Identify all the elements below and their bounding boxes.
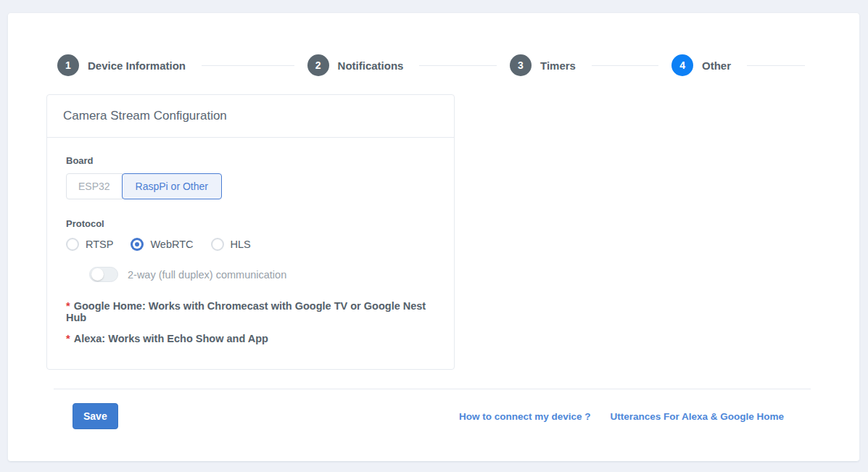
link-how-to-connect[interactable]: How to connect my device ? bbox=[459, 411, 591, 422]
step-device-information[interactable]: 1 Device Information bbox=[57, 54, 307, 76]
step-connector-line bbox=[419, 65, 497, 66]
step-number-badge: 1 bbox=[57, 54, 79, 76]
step-number-badge: 4 bbox=[671, 54, 693, 76]
duplex-toggle-label: 2-way (full duplex) communication bbox=[128, 269, 286, 281]
radio-hls[interactable]: HLS bbox=[211, 238, 251, 251]
step-number-badge: 2 bbox=[307, 54, 329, 76]
protocol-radio-group: RTSP WebRTC HLS bbox=[66, 238, 435, 251]
board-option-esp32[interactable]: ESP32 bbox=[66, 173, 123, 199]
step-number-badge: 3 bbox=[510, 54, 532, 76]
radio-label: RTSP bbox=[86, 239, 113, 250]
footer-row: Save How to connect my device ? Utteranc… bbox=[54, 403, 811, 429]
protocol-section: Protocol RTSP WebRTC HLS bbox=[66, 218, 435, 282]
step-timers[interactable]: 3 Timers bbox=[510, 54, 671, 76]
link-utterances[interactable]: Utterances For Alexa & Google Home bbox=[610, 411, 784, 422]
board-label: Board bbox=[66, 155, 435, 166]
duplex-toggle-row: 2-way (full duplex) communication bbox=[89, 267, 435, 282]
step-label: Timers bbox=[540, 59, 576, 72]
radio-label: HLS bbox=[231, 239, 251, 250]
footer-divider bbox=[54, 389, 811, 389]
radio-webrtc[interactable]: WebRTC bbox=[131, 238, 193, 251]
note-text: Google Home: Works with Chromecast with … bbox=[66, 300, 426, 323]
note-google-home: *Google Home: Works with Chromecast with… bbox=[66, 300, 435, 323]
wizard-stepper: 1 Device Information 2 Notifications 3 T… bbox=[57, 54, 818, 76]
radio-circle-icon[interactable] bbox=[66, 238, 79, 251]
required-asterisk: * bbox=[66, 333, 70, 344]
board-option-rasppi[interactable]: RaspPi or Other bbox=[122, 173, 222, 199]
step-label: Other bbox=[702, 59, 731, 72]
board-button-group: ESP32 RaspPi or Other bbox=[66, 173, 435, 199]
radio-rtsp[interactable]: RTSP bbox=[66, 238, 113, 251]
duplex-toggle-switch[interactable] bbox=[89, 267, 118, 282]
save-button[interactable]: Save bbox=[73, 403, 118, 429]
toggle-knob bbox=[91, 268, 104, 281]
step-connector-line bbox=[747, 65, 805, 66]
step-notifications[interactable]: 2 Notifications bbox=[307, 54, 510, 76]
note-text: Alexa: Works with Echo Show and App bbox=[74, 333, 268, 344]
radio-label: WebRTC bbox=[150, 239, 193, 250]
step-label: Device Information bbox=[88, 59, 186, 72]
radio-circle-checked-icon[interactable] bbox=[131, 238, 144, 251]
card-body: Board ESP32 RaspPi or Other Protocol RTS… bbox=[47, 138, 454, 369]
card-title: Camera Stream Configuration bbox=[47, 95, 454, 138]
camera-stream-config-card: Camera Stream Configuration Board ESP32 … bbox=[46, 94, 455, 370]
note-alexa: *Alexa: Works with Echo Show and App bbox=[66, 333, 435, 344]
protocol-label: Protocol bbox=[66, 218, 435, 229]
footer-links: How to connect my device ? Utterances Fo… bbox=[439, 411, 811, 422]
radio-circle-icon[interactable] bbox=[211, 238, 224, 251]
step-other[interactable]: 4 Other bbox=[671, 54, 818, 76]
step-connector-line bbox=[592, 65, 658, 66]
step-label: Notifications bbox=[338, 59, 404, 72]
step-connector-line bbox=[202, 65, 294, 66]
main-panel: 1 Device Information 2 Notifications 3 T… bbox=[7, 12, 860, 462]
compatibility-notes: *Google Home: Works with Chromecast with… bbox=[66, 300, 435, 344]
required-asterisk: * bbox=[66, 300, 70, 312]
